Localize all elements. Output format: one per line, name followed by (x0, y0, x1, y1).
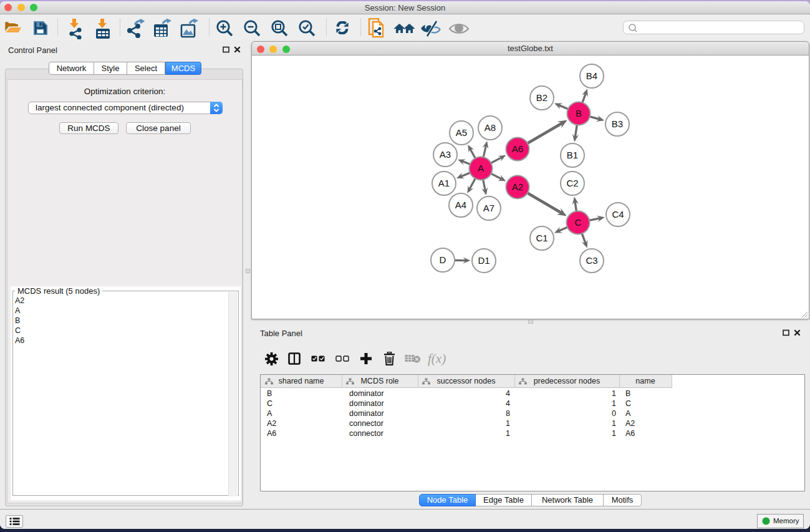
svg-text:C2: C2 (566, 178, 578, 188)
svg-text:A5: A5 (456, 127, 467, 138)
svg-text:B: B (576, 108, 582, 118)
svg-text:C4: C4 (612, 209, 624, 220)
svg-text:C: C (575, 217, 582, 228)
svg-text:A8: A8 (485, 122, 496, 133)
svg-text:B1: B1 (567, 150, 578, 160)
svg-text:A3: A3 (440, 149, 451, 160)
svg-text:B4: B4 (586, 70, 597, 81)
svg-text:B2: B2 (536, 92, 547, 103)
svg-text:D1: D1 (478, 255, 489, 266)
svg-text:A4: A4 (455, 200, 466, 210)
svg-text:A2: A2 (512, 181, 523, 192)
svg-text:C1: C1 (536, 233, 547, 243)
svg-text:A: A (478, 163, 484, 173)
svg-text:A6: A6 (512, 143, 523, 154)
svg-text:A7: A7 (483, 203, 494, 213)
svg-text:C3: C3 (586, 255, 597, 266)
svg-text:B3: B3 (612, 118, 623, 129)
svg-text:D: D (440, 254, 446, 265)
svg-text:A1: A1 (438, 178, 450, 188)
